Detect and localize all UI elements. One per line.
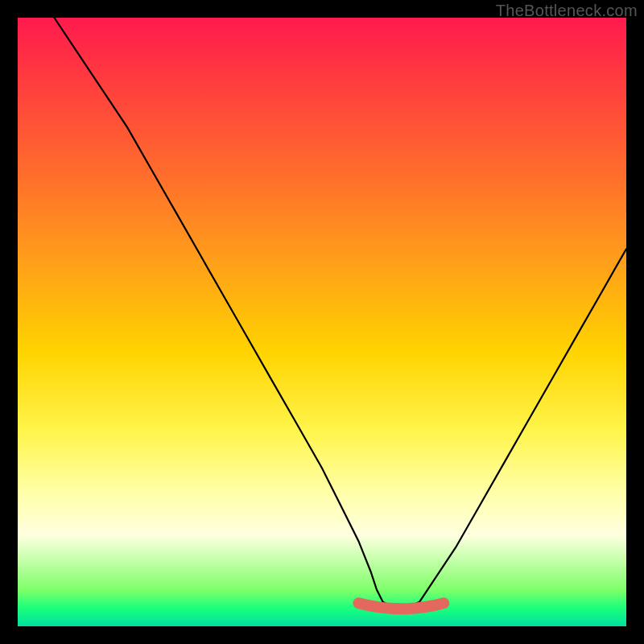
- watermark-text: TheBottleneck.com: [496, 2, 638, 20]
- flat-zone-svg: [18, 18, 626, 626]
- flat-zone-marker: [358, 603, 444, 609]
